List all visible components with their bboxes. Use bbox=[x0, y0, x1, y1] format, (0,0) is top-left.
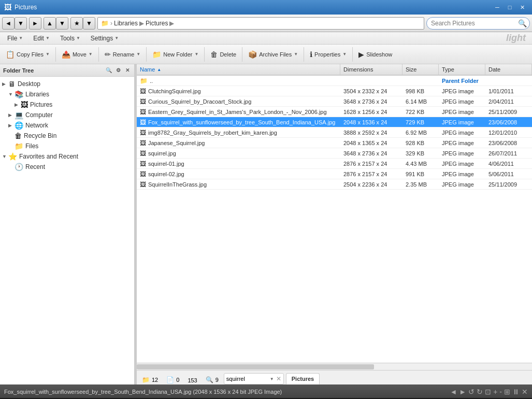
menu-edit[interactable]: Edit ▼ bbox=[28, 33, 55, 44]
file-date-cell: 4/06/2011 bbox=[485, 161, 532, 167]
table-row[interactable]: 🖼squirrel-02.jpg2876 x 2157 x 24991 KBJP… bbox=[137, 169, 532, 179]
properties-button[interactable]: ℹ Properties ▼ bbox=[306, 47, 350, 62]
filter-clear-button[interactable]: ✕ bbox=[276, 375, 281, 382]
zoom-in-icon[interactable]: + bbox=[493, 388, 497, 396]
filter-dropdown-icon[interactable]: ▼ bbox=[270, 377, 274, 381]
rotate-cw-icon[interactable]: ↻ bbox=[477, 388, 483, 396]
expand-libraries[interactable]: ▼ bbox=[8, 92, 15, 97]
rotate-ccw-icon[interactable]: ↺ bbox=[468, 388, 475, 396]
maximize-button[interactable]: □ bbox=[504, 3, 515, 12]
recent-dropdown-button[interactable]: ▼ bbox=[83, 17, 95, 30]
sidebar-search-icon[interactable]: 🔍 bbox=[105, 67, 112, 74]
file-name-text: img8782_Gray_Squirrels_by_robert_kim_kar… bbox=[148, 130, 277, 136]
menu-tools[interactable]: Tools ▼ bbox=[55, 33, 85, 44]
sidebar-item-recycle-bin[interactable]: 🗑 Recycle Bin bbox=[0, 131, 134, 141]
file-dimensions-cell: 2876 x 2157 x 24 bbox=[340, 171, 402, 177]
expand-computer[interactable]: ▶ bbox=[8, 112, 15, 118]
search-button[interactable]: 🔍 bbox=[518, 19, 527, 27]
branding-text: light bbox=[506, 33, 530, 44]
address-path[interactable]: 📁 › Libraries ▶ Pictures ▶ bbox=[97, 17, 424, 30]
zoom-out-icon[interactable]: - bbox=[499, 388, 502, 396]
path-libraries[interactable]: Libraries bbox=[114, 20, 138, 27]
col-header-type[interactable]: Type bbox=[439, 64, 485, 75]
forward-button[interactable]: ► bbox=[29, 17, 41, 30]
rename-button[interactable]: ✏ Rename ▼ bbox=[101, 47, 145, 62]
tab-pictures[interactable]: Pictures bbox=[286, 373, 320, 384]
sidebar-item-network[interactable]: ▶ 🌐 Network bbox=[0, 120, 134, 131]
menu-file[interactable]: File ▼ bbox=[2, 33, 28, 44]
file-type-cell: Parent Folder bbox=[439, 78, 485, 84]
delete-icon: 🗑 bbox=[210, 50, 218, 59]
filter-input[interactable] bbox=[226, 376, 268, 382]
filter-box: ▼ ✕ bbox=[224, 373, 284, 384]
sidebar-item-favorites[interactable]: ▼ ⭐ Favorites and Recent bbox=[0, 151, 134, 162]
table-row[interactable]: 🖼SquirrelInTheGrass.jpg2504 x 2236 x 242… bbox=[137, 179, 532, 190]
file-type-icon: 📁 bbox=[140, 77, 148, 84]
move-button[interactable]: 📤 Move ▼ bbox=[58, 47, 96, 62]
file-size-cell: 329 KB bbox=[402, 150, 439, 156]
slideshow-button[interactable]: ▶ Slideshow bbox=[355, 47, 396, 62]
sidebar-item-libraries[interactable]: ▼ 📚 Libraries bbox=[0, 89, 134, 99]
table-row[interactable]: 📁..Parent Folder bbox=[137, 76, 532, 86]
delete-button[interactable]: 🗑 Delete bbox=[207, 47, 240, 62]
file-name-text: ClutchingSquirrel.jpg bbox=[148, 88, 201, 94]
close-button[interactable]: ✕ bbox=[516, 3, 528, 12]
total-count: 153 bbox=[188, 377, 197, 383]
table-row[interactable]: 🖼Japanese_Squirrel.jpg2048 x 1365 x 2492… bbox=[137, 138, 532, 148]
sidebar-item-pictures[interactable]: ▶ 🖼 Pictures bbox=[0, 99, 134, 110]
expand-favorites[interactable]: ▼ bbox=[2, 154, 8, 159]
sidebar-item-computer[interactable]: ▶ 💻 Computer bbox=[0, 110, 134, 120]
file-dimensions-cell: 3648 x 2736 x 24 bbox=[340, 98, 402, 105]
file-list-scrollbar[interactable] bbox=[137, 363, 532, 370]
file-type-cell: JPEG image bbox=[439, 130, 485, 136]
table-row[interactable]: 🖼Fox_squirrel_with_sunflowerseed_by_tree… bbox=[137, 117, 532, 127]
file-name-cell: 🖼Curious_Squirrel_by_Dracoart_Stock.jpg bbox=[137, 98, 340, 105]
expand-network[interactable]: ▶ bbox=[8, 123, 15, 128]
recent-button[interactable]: ★ bbox=[70, 17, 83, 30]
next-image-button[interactable]: ► bbox=[459, 388, 466, 396]
file-date-cell: 26/07/2011 bbox=[485, 150, 532, 156]
table-row[interactable]: 🖼ClutchingSquirrel.jpg3504 x 2332 x 2499… bbox=[137, 86, 532, 96]
back-button[interactable]: ◄ bbox=[2, 17, 15, 30]
minimize-button[interactable]: ─ bbox=[492, 3, 503, 12]
table-row[interactable]: 🖼squirrel.jpg3648 x 2736 x 24329 KBJPEG … bbox=[137, 148, 532, 159]
toolbar-sep-1 bbox=[55, 47, 56, 62]
title-icon: 🖼 bbox=[4, 3, 11, 11]
close-preview-button[interactable]: ✕ bbox=[522, 388, 528, 396]
table-row[interactable]: 🖼Eastern_Grey_Squirrel_in_St_James's_Par… bbox=[137, 107, 532, 117]
table-row[interactable]: 🖼img8782_Gray_Squirrels_by_robert_kim_ka… bbox=[137, 127, 532, 138]
prev-image-button[interactable]: ◄ bbox=[450, 388, 457, 396]
expand-desktop[interactable]: ▶ bbox=[2, 81, 8, 87]
up-dropdown-button[interactable]: ▼ bbox=[56, 17, 68, 30]
properties-icon: ℹ bbox=[310, 50, 312, 59]
sidebar-close-icon[interactable]: ✕ bbox=[124, 67, 131, 74]
sidebar-label-pictures: Pictures bbox=[30, 101, 52, 108]
move-icon: 📤 bbox=[62, 50, 70, 59]
expand-pictures[interactable]: ▶ bbox=[15, 102, 21, 107]
up-button[interactable]: ▲ bbox=[44, 17, 56, 30]
col-header-dimensions[interactable]: Dimensions bbox=[340, 64, 402, 75]
table-row[interactable]: 🖼squirrel-01.jpg2876 x 2157 x 244.43 MBJ… bbox=[137, 159, 532, 169]
sidebar-item-recent[interactable]: 🕐 Recent bbox=[0, 162, 134, 172]
new-folder-icon: 📁 bbox=[152, 50, 161, 59]
pause-icon[interactable]: ⏸ bbox=[512, 388, 520, 396]
sidebar-settings-icon[interactable]: ⚙ bbox=[114, 67, 122, 74]
col-header-size[interactable]: Size bbox=[402, 64, 439, 75]
main-area: Folder Tree 🔍 ⚙ ✕ ▶ 🖥 Desktop ▼ 📚 Librar… bbox=[0, 64, 532, 384]
zoom-fit-icon[interactable]: ⊡ bbox=[485, 388, 491, 396]
file-area: Name ▲ Dimensions Size Type Date 📁..Pare… bbox=[137, 64, 532, 384]
file-type-cell: JPEG image bbox=[439, 119, 485, 125]
new-folder-button[interactable]: 📁 New Folder ▼ bbox=[149, 47, 202, 62]
back-dropdown-button[interactable]: ▼ bbox=[15, 17, 27, 30]
path-pictures[interactable]: Pictures bbox=[146, 20, 168, 27]
col-header-name[interactable]: Name ▲ bbox=[137, 64, 340, 75]
table-row[interactable]: 🖼Curious_Squirrel_by_Dracoart_Stock.jpg3… bbox=[137, 96, 532, 107]
archive-files-button[interactable]: 📦 Archive Files ▼ bbox=[245, 47, 301, 62]
sidebar-item-files[interactable]: 📁 Files bbox=[0, 141, 134, 151]
col-header-date[interactable]: Date bbox=[485, 64, 532, 75]
menu-settings[interactable]: Settings ▼ bbox=[85, 33, 124, 44]
search-input[interactable] bbox=[426, 17, 530, 30]
zoom-original-icon[interactable]: ⊞ bbox=[504, 388, 510, 396]
sidebar-item-desktop[interactable]: ▶ 🖥 Desktop bbox=[0, 79, 134, 89]
copy-files-button[interactable]: 📋 Copy Files ▼ bbox=[2, 47, 53, 62]
